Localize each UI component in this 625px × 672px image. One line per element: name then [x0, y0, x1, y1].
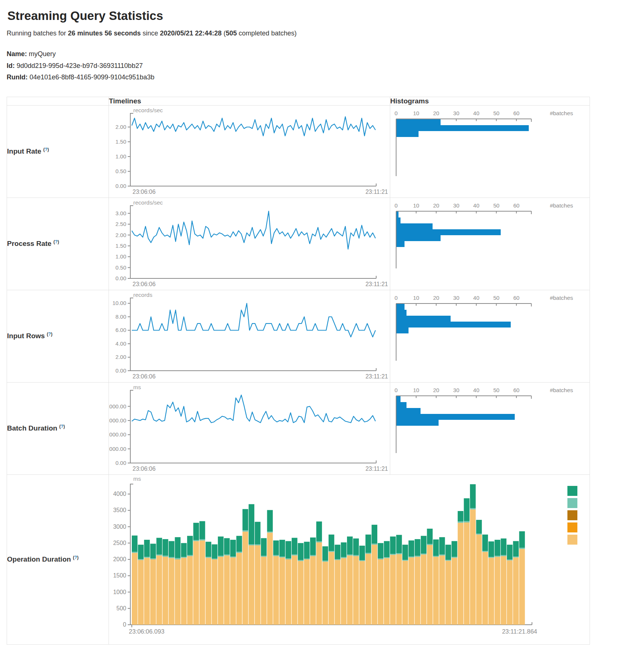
svg-text:0: 0 [123, 621, 126, 628]
svg-text:500: 500 [116, 605, 126, 611]
svg-text:20: 20 [433, 295, 439, 301]
svg-text:23:06:06: 23:06:06 [133, 373, 155, 380]
svg-text:2.00: 2.00 [116, 354, 126, 360]
batch-duration-label-cell: Batch Duration (?) [7, 382, 109, 474]
input-rate-help-icon[interactable]: (?) [43, 147, 49, 152]
svg-text:40: 40 [473, 295, 480, 301]
process-rate-timeline-chart: records/sec3.002.502.001.501.000.500.002… [109, 198, 390, 289]
header-empty [7, 97, 109, 105]
svg-text:records: records [133, 292, 152, 298]
svg-text:6.00: 6.00 [116, 327, 126, 333]
svg-text:3000: 3000 [113, 524, 126, 530]
legend-swatch-0 [567, 486, 577, 496]
input-rate-row: Input Rate (?) records/sec2.001.501.000.… [7, 105, 590, 198]
svg-text:1.00: 1.00 [116, 253, 126, 260]
svg-text:23:06:06.093: 23:06:06.093 [129, 628, 164, 635]
svg-text:4000: 4000 [113, 491, 126, 497]
svg-text:#batches: #batches [550, 110, 573, 116]
svg-text:50: 50 [493, 387, 499, 393]
svg-text:#batches: #batches [550, 202, 573, 209]
running-duration: 26 minutes 56 seconds [68, 30, 141, 37]
svg-text:40: 40 [473, 202, 480, 209]
svg-text:0.00: 0.00 [116, 275, 126, 281]
svg-text:30: 30 [453, 387, 460, 393]
input-rows-timeline-chart: records10.008.006.004.002.000.0023:06:06… [109, 290, 390, 382]
svg-text:1,000.00: 1,000.00 [109, 446, 126, 452]
query-name-value: myQuery [29, 50, 56, 58]
input-rows-row: Input Rows (?) records10.008.006.004.002… [7, 290, 590, 382]
svg-text:0: 0 [395, 387, 398, 393]
process-rate-label-cell: Process Rate (?) [7, 198, 109, 290]
operation-duration-help-icon[interactable]: (?) [73, 555, 78, 560]
legend-swatch-2 [567, 510, 577, 520]
svg-text:10: 10 [413, 295, 419, 301]
page-title: Streaming Query Statistics [7, 9, 625, 23]
svg-text:50: 50 [493, 110, 499, 116]
svg-text:23:11:21: 23:11:21 [365, 373, 388, 380]
svg-text:0: 0 [395, 295, 398, 301]
svg-text:10: 10 [413, 387, 419, 393]
legend-swatch-3 [567, 522, 577, 532]
input-rate-timeline-chart: records/sec2.001.501.000.500.0023:06:062… [109, 106, 390, 197]
svg-text:1500: 1500 [113, 572, 126, 579]
svg-text:60: 60 [513, 295, 519, 301]
table-header-row: Timelines Histograms [7, 97, 590, 105]
svg-text:40: 40 [473, 387, 480, 393]
svg-text:ms: ms [133, 384, 141, 390]
svg-text:2500: 2500 [113, 540, 126, 546]
process-rate-label: Process Rate [7, 240, 51, 248]
svg-text:0: 0 [395, 110, 398, 116]
svg-text:0.00: 0.00 [116, 460, 126, 466]
process-rate-histogram-chart: 0102030405060#batches [390, 198, 590, 289]
process-rate-row: Process Rate (?) records/sec3.002.502.00… [7, 198, 590, 290]
svg-text:1.00: 1.00 [116, 153, 126, 160]
input-rate-label: Input Rate [7, 148, 41, 155]
process-rate-help-icon[interactable]: (?) [54, 239, 59, 244]
svg-text:1.50: 1.50 [116, 243, 126, 249]
svg-text:0.50: 0.50 [116, 168, 126, 174]
svg-text:60: 60 [513, 110, 519, 116]
svg-text:60: 60 [513, 202, 519, 209]
header-timelines: Timelines [109, 97, 390, 105]
svg-text:2,000.00: 2,000.00 [109, 431, 126, 438]
input-rows-label-cell: Input Rows (?) [7, 290, 109, 382]
svg-text:50: 50 [493, 202, 499, 209]
input-rate-label-cell: Input Rate (?) [7, 105, 109, 198]
query-name-row: Name: myQuery [7, 48, 625, 60]
input-rows-label: Input Rows [7, 332, 45, 340]
svg-text:23:06:06: 23:06:06 [133, 281, 155, 287]
svg-text:23:06:06: 23:06:06 [133, 189, 155, 195]
svg-text:1.50: 1.50 [116, 138, 126, 145]
svg-text:10: 10 [413, 110, 419, 116]
svg-text:4,000.00: 4,000.00 [109, 403, 126, 409]
svg-text:2000: 2000 [113, 556, 126, 562]
operation-duration-stacked-chart: ms4000350030002500200015001000500023:06:… [109, 475, 590, 644]
svg-text:2.50: 2.50 [116, 221, 126, 227]
input-rows-histogram-chart: 0102030405060#batches [390, 290, 590, 382]
operation-duration-label-cell: Operation Duration (?) [7, 474, 109, 644]
svg-text:0: 0 [395, 202, 398, 209]
svg-text:3500: 3500 [113, 507, 126, 513]
operation-duration-label: Operation Duration [7, 556, 71, 563]
query-id-row: Id: 9d0dd219-995d-423e-b97d-36931110bb27 [7, 60, 625, 72]
svg-text:10: 10 [413, 202, 419, 209]
svg-text:4.00: 4.00 [116, 340, 126, 347]
running-summary: Running batches for 26 minutes 56 second… [7, 30, 625, 37]
legend-swatch-1 [567, 498, 577, 508]
svg-text:23:11:21.864: 23:11:21.864 [502, 628, 537, 635]
svg-text:2.00: 2.00 [116, 124, 126, 130]
svg-text:20: 20 [433, 387, 439, 393]
svg-text:records/sec: records/sec [133, 107, 163, 113]
svg-text:23:06:06: 23:06:06 [133, 466, 155, 472]
svg-text:30: 30 [453, 295, 460, 301]
svg-text:0.00: 0.00 [116, 183, 126, 189]
batch-duration-histogram-chart: 0102030405060#batches [390, 383, 590, 474]
svg-text:10.00: 10.00 [112, 300, 126, 306]
svg-text:20: 20 [433, 110, 439, 116]
batch-duration-help-icon[interactable]: (?) [59, 424, 65, 429]
input-rows-help-icon[interactable]: (?) [47, 332, 52, 337]
svg-text:20: 20 [433, 202, 439, 209]
query-runid-row: RunId: 04e101e6-8bf8-4165-9099-9104c951b… [7, 72, 625, 83]
svg-text:records/sec: records/sec [133, 199, 163, 206]
svg-text:8.00: 8.00 [116, 313, 126, 320]
